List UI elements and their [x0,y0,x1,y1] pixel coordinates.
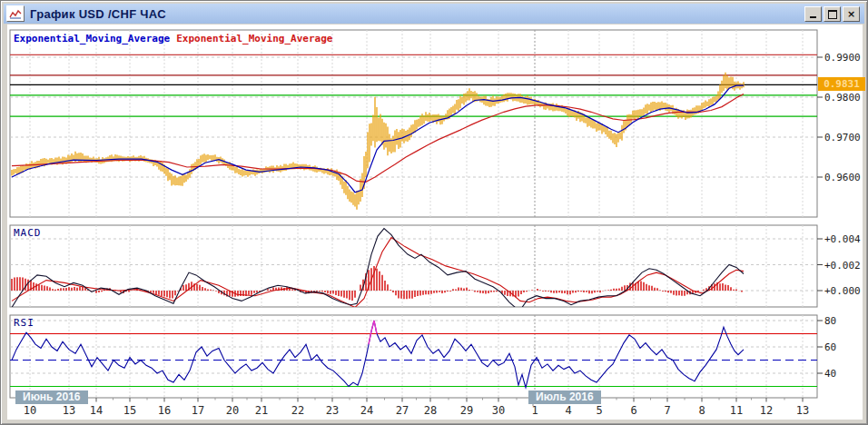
x-axis-label: 16 [158,404,171,417]
rsi-panel[interactable] [10,315,817,398]
x-axis-label: 29 [460,404,473,417]
close-button[interactable]: × [843,6,860,22]
minimize-icon [810,16,816,18]
x-axis-label: 4 [565,404,571,417]
chart-canvas[interactable]: 0.99000.98000.97000.9600+0.004+0.002+0.0… [7,25,863,420]
minimize-button[interactable] [804,6,822,22]
x-axis-label: 11 [730,404,743,417]
y-axis-label: 80 [824,315,836,327]
x-axis-label: 15 [123,404,136,417]
x-axis-label: 17 [192,404,204,417]
x-axis-label: 24 [360,404,373,417]
y-axis-label: 0.9700 [824,132,861,143]
x-axis-label: 10 [24,404,36,417]
x-axis-label: 30 [492,404,505,417]
indicator-legend: Exponential_Moving_AverageExponential_Mo… [14,33,332,44]
y-axis-label: 40 [824,368,836,380]
y-axis-label: 0.9900 [824,52,861,64]
y-axis-label: +0.000 [824,285,861,297]
x-axis-label: 8 [698,404,705,417]
y-axis-label: 0.9600 [824,172,861,183]
ema-fast-label: Exponential_Moving_Average [14,33,170,44]
x-axis-label: 12 [760,404,773,417]
window-title: График USD /CHF ЧАС [30,7,166,21]
x-axis-label: 14 [90,404,103,417]
month-badge-july: Июль 2016 [528,390,601,404]
y-axis-label: +0.004 [824,233,861,245]
x-axis-label: 27 [396,404,409,417]
x-axis-label: 22 [291,404,304,417]
x-axis-label: 21 [255,404,268,417]
x-axis-label: 6 [630,404,636,417]
maximize-icon [828,10,837,19]
x-axis-label: 1 [531,404,538,417]
y-axis-label: +0.002 [824,260,861,272]
y-axis-label: 0.9800 [824,92,861,104]
close-icon: × [847,9,855,19]
chart-window-icon [6,5,25,22]
chart-window: График USD /CHF ЧАС × 0.99000.98000.9700… [0,0,868,425]
macd-panel-label: MACD [14,227,42,239]
x-axis-label: 13 [796,404,809,417]
month-badge-june: Июнь 2016 [15,390,88,404]
x-axis-label: 7 [664,404,670,417]
chart-client-area: 0.99000.98000.97000.9600+0.004+0.002+0.0… [7,25,863,420]
x-axis-label: 20 [226,404,239,417]
y-axis-label: 60 [824,341,836,353]
rsi-panel-label: RSI [14,317,35,329]
x-axis-label: 5 [596,404,602,417]
ema-slow-label: Exponential_Moving_Average [176,33,332,44]
current-price-marker: 0.9831 [818,77,865,91]
x-axis-label: 28 [424,404,437,417]
x-axis-label: 13 [63,404,75,417]
main-panel[interactable] [10,30,817,217]
title-bar[interactable]: График USD /CHF ЧАС × [4,4,864,24]
x-axis-label: 23 [326,404,339,417]
maximize-button[interactable] [824,6,841,22]
